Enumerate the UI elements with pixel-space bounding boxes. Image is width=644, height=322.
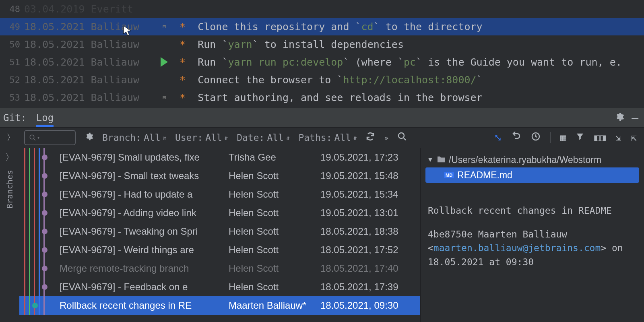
commit-author: Helen Scott — [229, 263, 320, 274]
code-text[interactable]: * Connect the browser to `http://localho… — [180, 74, 644, 86]
commit-row[interactable]: [EVAN-9679] - Feedback on eHelen Scott18… — [19, 278, 420, 296]
blame-annotation[interactable]: 18.05.2021 Balliauw — [23, 56, 149, 68]
filter-branch[interactable]: Branch: All ⇵ — [102, 132, 166, 143]
folder-path: /Users/ekaterina.ryabukha/Webstorm — [449, 155, 601, 165]
commit-date: 18.05.2021, 17:39 — [320, 281, 407, 293]
editor-line[interactable]: 4918.05.2021 Balliauw⊟* Clone this repos… — [0, 18, 644, 35]
graph-column — [19, 167, 60, 185]
commit-author: Helen Scott — [229, 170, 320, 182]
commit-dot — [42, 266, 47, 271]
chevron-right-icon[interactable]: 〉 — [6, 132, 15, 144]
gutter[interactable]: ⊟ — [149, 23, 180, 30]
tree-folder-row[interactable]: ▼ /Users/ekaterina.ryabukha/Webstorm — [425, 152, 639, 167]
git-toolwindow-header: Git: Log — — [0, 108, 644, 127]
branches-label: Branches — [5, 170, 14, 208]
tab-log[interactable]: Log — [36, 112, 54, 127]
commit-author: Helen Scott — [229, 226, 320, 237]
fold-icon[interactable]: ⊟ — [163, 23, 166, 30]
blame-annotation[interactable]: 18.05.2021 Balliauw — [23, 92, 149, 103]
chevron-right-icon[interactable]: 〉 — [5, 151, 14, 163]
commit-date: 18.05.2021, 18:38 — [320, 226, 407, 237]
search-icon[interactable] — [397, 132, 407, 144]
blame-annotation[interactable]: 03.04.2019 Everitt — [23, 3, 149, 15]
graph-column — [19, 259, 60, 278]
commit-message: [EVAN-9679] - Feedback on e — [60, 281, 229, 293]
gutter[interactable] — [149, 57, 180, 67]
commits-list[interactable]: [EVAN-9679] Small updates, fixeTrisha Ge… — [19, 148, 420, 322]
collapse-diff-icon[interactable]: ⤡ — [494, 132, 502, 143]
commit-row[interactable]: [EVAN-9679] - Adding video linkHelen Sco… — [19, 204, 420, 222]
commit-dot — [42, 229, 47, 234]
commit-author: Trisha Gee — [229, 152, 320, 163]
commit-row[interactable]: Rollback recent changes in REMaarten Bal… — [19, 296, 420, 315]
commit-title: Rollback recent changes in README — [428, 204, 637, 218]
minimize-icon[interactable]: — — [632, 111, 638, 124]
editor-line[interactable]: 5018.05.2021 Balliauw* Run `yarn` to ins… — [0, 35, 644, 53]
filter-icon[interactable] — [576, 132, 584, 143]
separator — [550, 132, 551, 143]
commit-date: 19.05.2021, 17:23 — [320, 152, 407, 163]
commit-author: Maarten Balliauw* — [229, 300, 320, 311]
commit-dot — [42, 173, 47, 179]
commit-dot — [42, 210, 47, 216]
code-text[interactable]: * Clone this repository and `cd` to the … — [180, 21, 644, 33]
commit-date: 19.05.2021, 15:34 — [320, 189, 407, 200]
commit-dot — [42, 284, 47, 290]
git-label: Git: — [3, 112, 27, 124]
undo-icon[interactable] — [512, 132, 521, 144]
refresh-icon[interactable] — [365, 132, 375, 144]
commit-message: Rollback recent changes in RE — [60, 300, 229, 311]
run-icon[interactable] — [161, 57, 168, 67]
commit-date: 18.05.2021, 17:52 — [320, 244, 407, 256]
graph-column — [19, 296, 60, 315]
code-text[interactable]: * Run `yarn run pc:develop` (where `pc` … — [180, 56, 644, 68]
commit-message: Merge remote-tracking branch — [60, 263, 229, 274]
gear-icon[interactable] — [615, 112, 624, 124]
commit-row[interactable]: [EVAN-9679] - Tweaking on SpriHelen Scot… — [19, 222, 420, 241]
graph-column — [19, 222, 60, 241]
commit-dot — [42, 155, 47, 160]
git-log-toolbar: 〉 ▾ Branch: All ⇵ User: All ⇵ Date: All … — [0, 127, 644, 148]
fold-icon[interactable]: ⊟ — [163, 94, 166, 101]
graph-column — [19, 278, 60, 296]
history-icon[interactable] — [531, 132, 541, 144]
more-icon[interactable]: » — [384, 134, 388, 142]
commit-row[interactable]: [EVAN-9679] Small updates, fixeTrisha Ge… — [19, 148, 420, 167]
collapse-all-icon[interactable]: ⇱ — [631, 132, 637, 143]
blame-annotation[interactable]: 18.05.2021 Balliauw — [23, 39, 149, 50]
blame-annotation[interactable]: 18.05.2021 Balliauw — [23, 74, 149, 86]
expand-all-icon[interactable]: ⇲ — [615, 132, 621, 143]
commit-date: 18.05.2021, 17:40 — [320, 263, 407, 274]
commit-email[interactable]: maarten.balliauw@jetbrains.com — [433, 243, 601, 253]
commit-row[interactable]: Merge remote-tracking branchHelen Scott1… — [19, 259, 420, 278]
commit-dot — [32, 303, 38, 308]
commit-row[interactable]: [EVAN-9679] - Had to update a Helen Scot… — [19, 185, 420, 204]
folder-icon — [437, 155, 446, 165]
commit-dot — [42, 247, 47, 253]
editor-line[interactable]: 4803.04.2019 Everitt — [0, 0, 644, 18]
commit-row[interactable]: [EVAN-9679] - Weird things are Helen Sco… — [19, 241, 420, 259]
commit-message: [EVAN-9679] - Adding video link — [60, 207, 229, 219]
gear-icon[interactable] — [85, 132, 93, 143]
branches-rail[interactable]: 〉 Branches — [0, 148, 19, 322]
code-text[interactable]: * Start authoring, and see reloads in th… — [180, 92, 644, 103]
gutter[interactable]: ⊟ — [149, 94, 180, 101]
filter-user[interactable]: User: All ⇵ — [175, 132, 228, 143]
editor-line[interactable]: 5318.05.2021 Balliauw⊟* Start authoring,… — [0, 89, 644, 106]
line-number: 53 — [0, 93, 23, 103]
filter-date[interactable]: Date: All ⇵ — [237, 132, 289, 143]
tree-file-row[interactable]: MD README.md — [425, 167, 639, 183]
commit-row[interactable]: [EVAN-9679] - Small text tweaksHelen Sco… — [19, 167, 420, 185]
code-text[interactable]: * Run `yarn` to install dependencies — [180, 39, 644, 50]
search-input[interactable]: ▾ — [24, 130, 76, 145]
filter-paths[interactable]: Paths: All ⇵ — [298, 132, 357, 143]
editor-line[interactable]: 5118.05.2021 Balliauw* Run `yarn run pc:… — [0, 53, 644, 71]
line-number: 48 — [0, 4, 23, 14]
markdown-file-icon: MD — [444, 172, 454, 178]
group-icon[interactable]: ▦ — [560, 132, 566, 143]
blame-annotation[interactable]: 18.05.2021 Balliauw — [23, 21, 149, 33]
chevron-down-icon: ▼ — [427, 156, 433, 163]
commit-author: Helen Scott — [229, 281, 320, 293]
compare-icon[interactable]: ◧◨ — [594, 132, 606, 143]
editor-line[interactable]: 5218.05.2021 Balliauw* Connect the brows… — [0, 71, 644, 89]
